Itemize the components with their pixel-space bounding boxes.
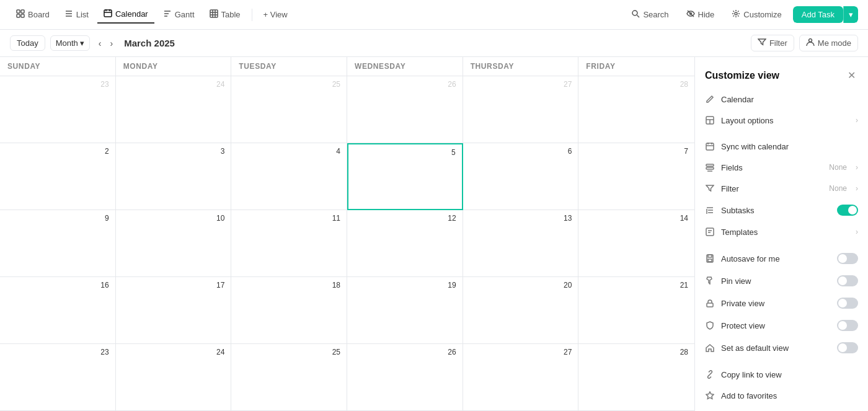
nav-view-label: + View — [264, 10, 288, 19]
autosave-item-label: Autosave for me — [721, 254, 831, 263]
cal-cell-mar16[interactable]: 16 — [0, 277, 116, 344]
cal-cell-mar24[interactable]: 24 — [116, 344, 232, 411]
cal-cell-mar20[interactable]: 20 — [463, 277, 579, 344]
nav-board[interactable]: Board — [10, 6, 56, 23]
cal-date: 18 — [237, 281, 340, 289]
sidebar-item-filter[interactable]: Filter None › — [695, 178, 868, 199]
cal-date: 26 — [353, 80, 456, 89]
sidebar-item-layout[interactable]: Layout options › — [695, 110, 868, 131]
cal-date: 16 — [6, 281, 109, 289]
templates-arrow-icon: › — [856, 228, 858, 236]
add-task-button[interactable]: Add Task — [793, 6, 843, 23]
cal-cell-mar23[interactable]: 23 — [0, 344, 116, 411]
pin-view-toggle[interactable] — [837, 275, 858, 286]
cal-cell-feb23[interactable]: 23 — [0, 76, 116, 143]
sidebar-item-sharing[interactable]: Sharing & Permissions — [695, 406, 868, 411]
cal-cell-mar18[interactable]: 18 — [231, 277, 347, 344]
cal-cell-mar3[interactable]: 3 — [116, 143, 232, 210]
month-button[interactable]: Month ▾ — [50, 35, 90, 51]
next-button[interactable]: › — [107, 36, 117, 51]
favorites-item-label: Add to favorites — [721, 391, 858, 400]
cal-cell-mar25[interactable]: 25 — [231, 344, 347, 411]
svg-rect-1 — [21, 10, 24, 13]
cal-cell-mar21[interactable]: 21 — [578, 277, 694, 344]
cal-cell-mar14[interactable]: 14 — [578, 210, 694, 277]
search-label: Search — [643, 10, 668, 19]
add-task-label: Add Task — [802, 10, 835, 19]
cal-cell-mar19[interactable]: 19 — [347, 277, 463, 344]
fields-item-label: Fields — [721, 163, 823, 172]
cal-date: 23 — [6, 348, 109, 356]
svg-rect-2 — [17, 14, 20, 17]
svg-point-23 — [735, 12, 737, 15]
protect-view-toggle[interactable] — [837, 320, 858, 331]
cal-cell-mar28[interactable]: 28 — [578, 344, 694, 411]
cal-cell-mar10[interactable]: 10 — [116, 210, 232, 277]
hide-button[interactable]: Hide — [680, 6, 721, 23]
nav-view[interactable]: + View — [257, 7, 294, 22]
cal-cell-feb26[interactable]: 26 — [347, 76, 463, 143]
private-view-item-label: Private view — [721, 299, 831, 308]
cal-cell-feb28[interactable]: 28 — [578, 76, 694, 143]
nav-table[interactable]: Table — [203, 6, 247, 23]
cal-cell-feb27[interactable]: 27 — [463, 76, 579, 143]
me-mode-button[interactable]: Me mode — [799, 35, 858, 51]
default-view-toggle[interactable] — [837, 342, 858, 353]
cal-cell-feb24[interactable]: 24 — [116, 76, 232, 143]
cal-cell-mar6[interactable]: 6 — [463, 143, 579, 210]
customize-sidebar: Customize view ✕ Calendar Layout options… — [694, 57, 868, 411]
today-button[interactable]: Today — [10, 35, 45, 51]
sidebar-item-templates[interactable]: Templates › — [695, 221, 868, 242]
cal-date: 4 — [237, 147, 340, 156]
cal-cell-mar27[interactable]: 27 — [463, 344, 579, 411]
sidebar-item-pin-view[interactable]: Pin view — [695, 270, 868, 292]
prev-button[interactable]: ‹ — [95, 36, 105, 51]
templates-item-label: Templates — [721, 228, 849, 237]
nav-gantt[interactable]: Gantt — [157, 6, 201, 23]
subtasks-toggle[interactable] — [837, 205, 858, 216]
cal-cell-mar5-today[interactable]: 5 — [347, 143, 463, 210]
calendar-nav-icon — [104, 9, 112, 19]
svg-rect-3 — [21, 14, 24, 17]
sidebar-item-autosave[interactable]: Autosave for me — [695, 247, 868, 270]
cal-cell-mar7[interactable]: 7 — [578, 143, 694, 210]
nav-gantt-label: Gantt — [175, 10, 195, 19]
close-sidebar-button[interactable]: ✕ — [845, 67, 858, 84]
svg-rect-32 — [706, 164, 714, 166]
sidebar-item-protect-view[interactable]: Protect view — [695, 314, 868, 337]
nav-list[interactable]: List — [58, 6, 95, 23]
autosave-toggle[interactable] — [837, 253, 858, 264]
sidebar-header: Customize view ✕ — [695, 57, 868, 89]
filter-button[interactable]: Filter — [751, 35, 794, 51]
nav-calendar[interactable]: Calendar — [97, 6, 154, 24]
sync-icon — [705, 141, 715, 151]
cal-cell-feb25[interactable]: 25 — [231, 76, 347, 143]
private-view-toggle[interactable] — [837, 298, 858, 309]
cal-cell-mar11[interactable]: 11 — [231, 210, 347, 277]
cal-cell-mar26[interactable]: 26 — [347, 344, 463, 411]
sidebar-item-fields[interactable]: Fields None › — [695, 157, 868, 178]
customize-button[interactable]: Customize — [725, 6, 787, 23]
cal-cell-mar4[interactable]: 4 — [231, 143, 347, 210]
sidebar-item-subtasks[interactable]: Subtasks — [695, 199, 868, 221]
cal-cell-mar17[interactable]: 17 — [116, 277, 232, 344]
filter-icon — [758, 38, 766, 48]
filter-arrow-icon: › — [856, 184, 858, 193]
cal-cell-mar12[interactable]: 12 — [347, 210, 463, 277]
day-header-wednesday: Wednesday — [347, 57, 463, 76]
sidebar-item-default-view[interactable]: Set as default view — [695, 337, 868, 359]
add-task-dropdown[interactable]: ▾ — [843, 6, 858, 23]
sidebar-item-private-view[interactable]: Private view — [695, 292, 868, 314]
search-button[interactable]: Search — [625, 6, 675, 23]
sidebar-item-favorites[interactable]: Add to favorites — [695, 385, 868, 406]
sidebar-item-sync[interactable]: Sync with calendar — [695, 136, 868, 157]
pencil-icon — [705, 94, 715, 104]
cal-cell-mar2[interactable]: 2 — [0, 143, 116, 210]
sidebar-item-copy-link[interactable]: Copy link to view — [695, 364, 868, 385]
sidebar-item-calendar[interactable]: Calendar — [695, 89, 868, 110]
cal-cell-mar13[interactable]: 13 — [463, 210, 579, 277]
cal-cell-mar9[interactable]: 9 — [0, 210, 116, 277]
board-icon — [16, 9, 25, 20]
protect-view-item-label: Protect view — [721, 321, 831, 330]
svg-line-20 — [637, 15, 640, 18]
